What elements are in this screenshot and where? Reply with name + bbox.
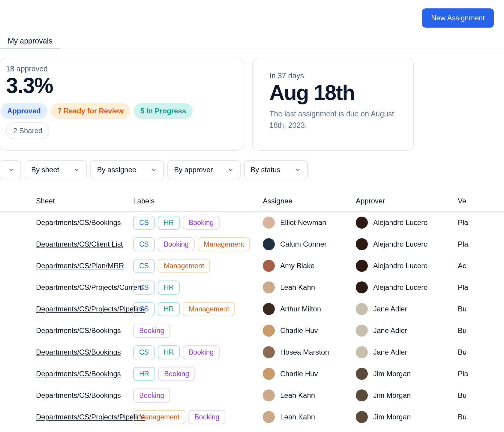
avatar [263, 217, 275, 229]
table-row: Departments/CS/Projects/PipelineManageme… [0, 406, 504, 428]
label-hr[interactable]: HR [158, 302, 180, 316]
pill-in-progress[interactable]: 5 In Progress [134, 103, 193, 119]
assignee[interactable]: Charlie Huv [263, 368, 356, 380]
label-booking[interactable]: Booking [133, 388, 170, 403]
sheet-link[interactable]: Departments/CS/Projects/Pipeline [36, 413, 145, 421]
assignee-name: Elliot Newman [280, 218, 326, 227]
approver[interactable]: Alejandro Lucero [356, 238, 458, 250]
sheet-link[interactable]: Departments/CS/Projects/Pipeline [36, 305, 145, 313]
due-date-card: In 37 days Aug 18th The last assignment … [252, 58, 414, 151]
column-approver[interactable]: Approver [356, 197, 458, 205]
label-cs[interactable]: CS [133, 302, 155, 316]
column-sheet[interactable]: Sheet [0, 197, 133, 205]
label-booking[interactable]: Booking [188, 410, 225, 424]
filter-by-status[interactable]: By status [244, 160, 308, 179]
filter-leading-dropdown[interactable] [0, 160, 21, 179]
table-row: Departments/CS/BookingsHRBookingCharlie … [0, 363, 504, 385]
avatar [263, 368, 275, 380]
summary-card: 18 approved 3.3% Approved 7 Ready for Re… [0, 58, 244, 151]
table-row: Departments/CS/Plan/MRRCSManagementAmy B… [0, 255, 504, 277]
assignee[interactable]: Amy Blake [263, 260, 356, 272]
sheet-link[interactable]: Departments/CS/Bookings [36, 391, 121, 399]
avatar [356, 281, 368, 293]
assignee[interactable]: Calum Conner [263, 238, 356, 250]
assignee[interactable]: Leah Kahn [263, 411, 356, 423]
table-row: Departments/CS/Projects/PipelineCSHRMana… [0, 298, 504, 320]
chevron-down-icon [74, 166, 80, 173]
label-cs[interactable]: CS [133, 280, 155, 295]
version-cell: Pla [458, 218, 474, 227]
avatar [263, 325, 275, 337]
sheet-link[interactable]: Departments/CS/Bookings [36, 348, 121, 356]
approver-name: Jane Adler [373, 305, 407, 313]
assignee[interactable]: Elliot Newman [263, 217, 356, 229]
label-hr[interactable]: HR [158, 280, 180, 295]
version-cell: Ac [458, 262, 474, 270]
label-mgmt[interactable]: Management [183, 302, 235, 316]
label-cs[interactable]: CS [133, 216, 155, 230]
assignee[interactable]: Arthur Milton [263, 303, 356, 315]
approver-name: Alejandro Lucero [373, 262, 428, 270]
approver-name: Jim Morgan [373, 413, 411, 421]
avatar [263, 389, 275, 401]
label-cs[interactable]: CS [133, 237, 155, 251]
filter-by-assignee[interactable]: By assignee [90, 160, 164, 179]
label-hr[interactable]: HR [158, 345, 180, 359]
pill-approved[interactable]: Approved [1, 103, 47, 119]
due-in-days: In 37 days [269, 71, 397, 80]
assignee[interactable]: Leah Kahn [263, 389, 356, 401]
label-mgmt[interactable]: Management [133, 410, 185, 424]
pill-shared[interactable]: 2 Shared [6, 122, 50, 139]
assignee-name: Charlie Huv [280, 370, 318, 378]
version-cell: Bu [458, 413, 474, 421]
approver[interactable]: Jane Adler [356, 325, 458, 337]
label-mgmt[interactable]: Management [158, 259, 210, 273]
approver[interactable]: Jane Adler [356, 303, 458, 315]
assignee[interactable]: Leah Kahn [263, 281, 356, 293]
label-booking[interactable]: Booking [183, 345, 220, 359]
sheet-link[interactable]: Departments/CS/Client List [36, 240, 123, 248]
label-hr[interactable]: HR [133, 367, 155, 381]
pill-ready-for-review[interactable]: 7 Ready for Review [51, 103, 130, 119]
label-booking[interactable]: Booking [133, 324, 170, 338]
sheet-link[interactable]: Departments/CS/Bookings [36, 218, 121, 226]
approver[interactable]: Alejandro Lucero [356, 217, 458, 229]
column-labels[interactable]: Labels [133, 197, 263, 205]
avatar [356, 325, 368, 337]
approved-count-label: 18 approved [6, 64, 233, 73]
sheet-link[interactable]: Departments/CS/Bookings [36, 370, 121, 378]
version-cell: Pla [458, 283, 474, 292]
sheet-link[interactable]: Departments/CS/Projects/Current [36, 283, 143, 291]
label-cs[interactable]: CS [133, 259, 155, 273]
approver[interactable]: Jane Adler [356, 346, 458, 358]
approver[interactable]: Alejandro Lucero [356, 281, 458, 293]
table-row: Departments/CS/Client ListCSBookingManag… [0, 233, 504, 255]
label-booking[interactable]: Booking [158, 367, 195, 381]
label-mgmt[interactable]: Management [198, 237, 250, 251]
avatar [263, 238, 275, 250]
avatar [263, 260, 275, 272]
table-row: Departments/CS/BookingsBookingLeah KahnJ… [0, 385, 504, 406]
approver[interactable]: Jim Morgan [356, 368, 458, 380]
column-assignee[interactable]: Assignee [263, 197, 356, 205]
new-assignment-button[interactable]: New Assignment [422, 8, 494, 28]
approver[interactable]: Alejandro Lucero [356, 260, 458, 272]
label-cs[interactable]: CS [133, 345, 155, 359]
assignee[interactable]: Hosea Marston [263, 346, 356, 358]
approver[interactable]: Jim Morgan [356, 389, 458, 401]
filter-by-approver[interactable]: By approver [167, 160, 240, 179]
assignee[interactable]: Charlie Huv [263, 325, 356, 337]
label-booking[interactable]: Booking [158, 237, 195, 251]
filter-by-sheet[interactable]: By sheet [25, 160, 87, 179]
chevron-down-icon [295, 166, 301, 173]
tab-my-approvals[interactable]: My approvals [0, 34, 60, 49]
sheet-link[interactable]: Departments/CS/Plan/MRR [36, 262, 124, 270]
approver[interactable]: Jim Morgan [356, 411, 458, 423]
avatar [356, 346, 368, 358]
column-version[interactable]: Ve [458, 197, 474, 205]
tab-row: My approvals [0, 34, 504, 49]
approver-name: Jane Adler [373, 348, 407, 356]
label-booking[interactable]: Booking [183, 216, 220, 230]
label-hr[interactable]: HR [158, 216, 180, 230]
sheet-link[interactable]: Departments/CS/Bookings [36, 326, 121, 334]
